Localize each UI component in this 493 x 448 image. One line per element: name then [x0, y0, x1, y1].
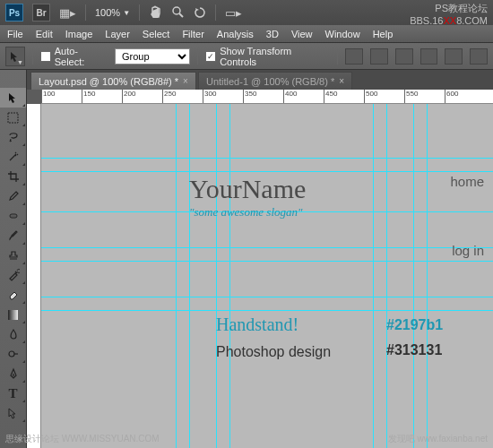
stamp-tool[interactable]	[0, 246, 26, 265]
zoom-level[interactable]: 100% ▼	[95, 7, 130, 18]
zoom-icon[interactable]	[172, 6, 185, 19]
hand-icon[interactable]	[149, 5, 163, 20]
canvas-logo-text: YourName	[189, 174, 306, 204]
svg-point-6	[14, 216, 15, 217]
menu-help[interactable]: Help	[373, 29, 394, 39]
lasso-tool[interactable]	[0, 127, 26, 147]
align-top[interactable]	[345, 48, 363, 65]
svg-line-1	[179, 13, 183, 17]
rotate-icon[interactable]	[194, 6, 206, 19]
pen-tool[interactable]	[0, 364, 26, 383]
screen-mode-icon[interactable]: ▭▸	[225, 6, 242, 20]
canvas-heading: Handstand!	[216, 314, 298, 335]
bridge-logo[interactable]: Br	[32, 4, 50, 22]
canvas-nav-home: home	[450, 174, 484, 189]
close-icon[interactable]: ×	[183, 76, 188, 86]
close-icon[interactable]: ×	[339, 76, 344, 86]
dodge-tool[interactable]	[0, 344, 26, 364]
canvas-colorcode-1: #2197b1	[386, 317, 443, 333]
svg-point-8	[9, 351, 14, 357]
svg-point-0	[173, 7, 180, 14]
menu-bar: File Edit Image Layer Select Filter Anal…	[0, 25, 493, 43]
watermark-topright: PS教程论坛 BBS.16XX8.COM	[410, 2, 488, 27]
align-left[interactable]	[420, 48, 438, 65]
menu-view[interactable]: View	[291, 29, 313, 39]
menu-file[interactable]: File	[7, 29, 23, 39]
ps-logo: Ps	[5, 4, 23, 22]
move-tool[interactable]	[0, 88, 26, 108]
menu-3d[interactable]: 3D	[266, 29, 279, 39]
eyedropper-tool[interactable]	[0, 186, 26, 206]
svg-point-4	[11, 216, 12, 217]
path-tool[interactable]	[0, 403, 26, 423]
menu-filter[interactable]: Filter	[182, 29, 203, 39]
canvas-colorcode-2: #313131	[386, 342, 442, 358]
autoselect-type[interactable]: Group	[115, 48, 190, 65]
watermark-bottomright: 发现吧 www.faxianba.net	[388, 433, 488, 445]
tools-panel: T	[0, 70, 27, 448]
show-transform-option[interactable]: ✓Show Transform Controls	[205, 46, 330, 67]
align-hcenter[interactable]	[445, 48, 463, 65]
document-tab-active[interactable]: Layout.psd @ 100% (RGB/8#) *×	[30, 72, 196, 90]
menu-edit[interactable]: Edit	[36, 29, 53, 39]
align-vcenter[interactable]	[370, 48, 388, 65]
heal-tool[interactable]	[0, 206, 26, 226]
menu-image[interactable]: Image	[65, 29, 93, 39]
document-tab[interactable]: Untitled-1 @ 100% (RGB/8) *×	[198, 72, 352, 90]
wand-tool[interactable]	[0, 147, 26, 167]
svg-rect-2	[8, 113, 18, 123]
gradient-tool[interactable]	[0, 305, 26, 324]
crop-tool[interactable]	[0, 167, 26, 186]
align-right[interactable]	[470, 48, 488, 65]
canvas[interactable]: YourName "some awesome slogan" home log …	[41, 104, 493, 448]
move-tool-preset[interactable]: ▼	[5, 47, 25, 66]
menu-window[interactable]: Window	[325, 29, 360, 39]
ruler-vertical	[27, 104, 41, 448]
watermark-bottomleft: 思缘设计论坛 WWW.MISSYUAN.COM	[5, 433, 160, 445]
align-bottom[interactable]	[395, 48, 413, 65]
canvas-subtext: Photoshop design	[216, 344, 331, 360]
film-icon[interactable]: ▦▸	[59, 6, 76, 20]
autoselect-option[interactable]: Auto-Select:	[40, 46, 108, 67]
canvas-nav-login: log in	[452, 243, 484, 258]
blur-tool[interactable]	[0, 324, 26, 344]
options-bar: ▼ Auto-Select: Group ✓Show Transform Con…	[0, 43, 493, 70]
menu-select[interactable]: Select	[143, 29, 170, 39]
history-brush-tool[interactable]	[0, 265, 26, 285]
svg-point-5	[13, 216, 13, 217]
canvas-slogan-text: "some awesome slogan"	[189, 205, 302, 220]
type-tool[interactable]: T	[0, 383, 26, 403]
svg-rect-7	[8, 310, 18, 320]
eraser-tool[interactable]	[0, 285, 26, 305]
menu-analysis[interactable]: Analysis	[217, 29, 254, 39]
brush-tool[interactable]	[0, 226, 26, 246]
marquee-tool[interactable]	[0, 108, 26, 127]
menu-layer[interactable]: Layer	[105, 29, 130, 39]
ruler-horizontal: 100 150 200 250 300 350 400 450 500 550 …	[41, 90, 493, 104]
